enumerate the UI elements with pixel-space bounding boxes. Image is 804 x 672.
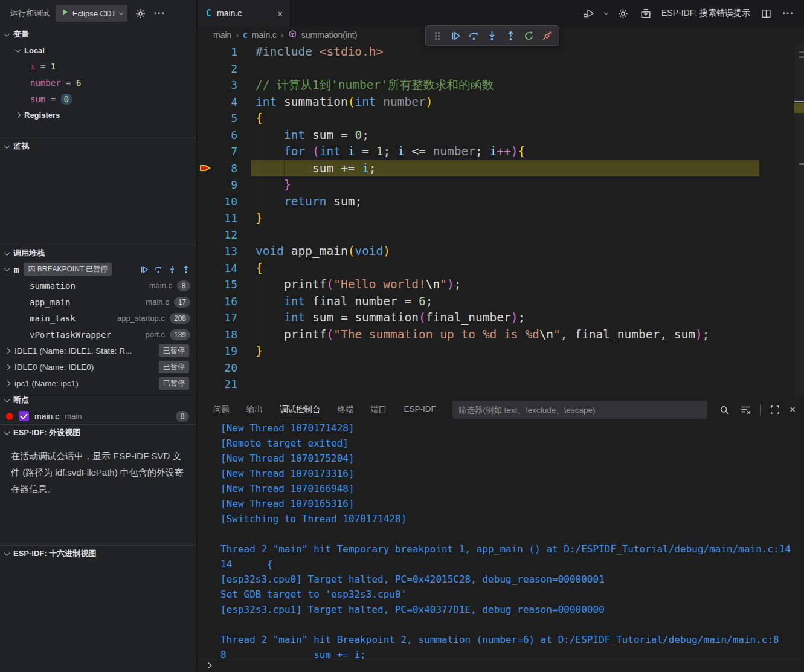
code-line[interactable]: 3// 计算从1到'number'所有整数求和的函数 bbox=[198, 77, 804, 94]
line-number[interactable]: 14 bbox=[208, 260, 237, 277]
clear-console-icon[interactable] bbox=[739, 403, 752, 416]
line-number[interactable]: 15 bbox=[208, 276, 237, 293]
console-repl-input[interactable] bbox=[218, 661, 804, 671]
stack-frame-row[interactable]: summationmain.c8 bbox=[24, 277, 196, 294]
line-number[interactable]: 5 bbox=[208, 110, 237, 127]
chevron-down-icon[interactable] bbox=[604, 10, 608, 15]
step-over-icon[interactable] bbox=[466, 28, 482, 44]
code-line[interactable]: 18 printf("The summation up to %d is %d\… bbox=[198, 326, 804, 343]
tab-close-icon[interactable]: × bbox=[277, 8, 283, 19]
line-number[interactable]: 19 bbox=[208, 343, 237, 360]
code-line[interactable]: 15 printf("Hello world!\n"); bbox=[198, 276, 804, 293]
debug-run-icon[interactable] bbox=[582, 7, 596, 20]
line-number[interactable]: 4 bbox=[208, 94, 237, 111]
step-into-icon[interactable] bbox=[168, 265, 176, 274]
step-into-icon[interactable] bbox=[484, 28, 500, 44]
section-header-variables[interactable]: 变量 bbox=[0, 27, 196, 42]
debug-start-icon[interactable] bbox=[60, 8, 69, 19]
variable-row[interactable]: i = 1 bbox=[0, 58, 196, 74]
continue-icon[interactable] bbox=[448, 28, 463, 44]
breakpoint-checkbox[interactable] bbox=[19, 411, 29, 421]
code-line[interactable]: 19} bbox=[198, 343, 804, 360]
settings-gear-icon[interactable] bbox=[617, 7, 630, 20]
code-line[interactable]: 2 bbox=[198, 60, 804, 77]
panel-tab-端口[interactable]: 端口 bbox=[371, 401, 387, 419]
breadcrumb-file[interactable]: main.c bbox=[252, 30, 277, 40]
breadcrumb-folder[interactable]: main bbox=[213, 30, 231, 40]
code-line[interactable]: 7 for (int i = 1; i <= number; i++){ bbox=[198, 143, 804, 160]
code-line[interactable]: 13void app_main(void) bbox=[198, 243, 804, 260]
section-header-peripheral[interactable]: ESP-IDF: 外设视图 bbox=[0, 425, 196, 441]
continue-icon[interactable] bbox=[140, 265, 149, 274]
more-actions-icon[interactable]: ··· bbox=[153, 7, 166, 20]
code-line[interactable]: 1#include <stdio.h> bbox=[198, 44, 804, 60]
debug-console-output[interactable]: [New Thread 1070171428][Remote target ex… bbox=[198, 423, 804, 659]
code-line[interactable]: 5{ bbox=[198, 110, 804, 127]
panel-tab-终端[interactable]: 终端 bbox=[338, 401, 354, 419]
code-line[interactable]: 11} bbox=[198, 210, 804, 227]
section-header-hexview[interactable]: ESP-IDF: 十六进制视图 bbox=[0, 546, 196, 561]
code-line[interactable]: 21 bbox=[198, 376, 804, 393]
search-icon[interactable] bbox=[718, 403, 731, 416]
code-line[interactable]: 9 } bbox=[198, 176, 804, 193]
line-number[interactable]: 16 bbox=[208, 293, 237, 310]
code-editor[interactable]: 1#include <stdio.h>23// 计算从1到'number'所有整… bbox=[198, 44, 804, 396]
thread-row[interactable]: IDLE0 (Name: IDLE0)已暂停 bbox=[0, 359, 196, 375]
code-line[interactable]: 4int summation(int number) bbox=[198, 94, 804, 111]
line-number[interactable]: 3 bbox=[208, 77, 237, 94]
panel-tab-问题[interactable]: 问题 bbox=[213, 401, 230, 419]
maximize-panel-icon[interactable] bbox=[768, 403, 782, 416]
thread-row[interactable]: IDLE1 (Name: IDLE1, State: R...已暂停 bbox=[0, 343, 196, 359]
thread-row[interactable]: ipc1 (Name: ipc1)已暂停 bbox=[0, 375, 196, 392]
code-line[interactable]: 14{ bbox=[198, 260, 804, 277]
line-number[interactable]: 6 bbox=[208, 127, 237, 144]
launch-config-picker[interactable]: Eclipse CDT bbox=[56, 5, 127, 22]
breakpoint-row[interactable]: main.c main 8 bbox=[0, 408, 196, 424]
gear-icon[interactable] bbox=[133, 7, 147, 20]
code-line[interactable]: 16 int final_number = 6; bbox=[198, 293, 804, 310]
console-repl-row[interactable] bbox=[198, 659, 804, 672]
editor-scrollbar[interactable] bbox=[794, 44, 804, 396]
line-number[interactable]: 2 bbox=[208, 60, 237, 77]
section-header-watch[interactable]: 监视 bbox=[0, 138, 196, 154]
close-panel-icon[interactable]: × bbox=[790, 404, 796, 416]
code-line[interactable]: 20 bbox=[198, 360, 804, 376]
code-line[interactable]: 8 sum += i; bbox=[198, 160, 804, 177]
line-number[interactable]: 17 bbox=[208, 309, 237, 326]
code-line[interactable]: 12 bbox=[198, 227, 804, 244]
code-line[interactable]: 10 return sum; bbox=[198, 193, 804, 210]
install-tools-icon[interactable] bbox=[639, 7, 652, 20]
split-editor-icon[interactable] bbox=[759, 7, 773, 20]
line-number[interactable]: 20 bbox=[208, 360, 237, 376]
step-out-icon[interactable] bbox=[503, 28, 518, 44]
disconnect-icon[interactable] bbox=[539, 28, 555, 44]
panel-tab-输出[interactable]: 输出 bbox=[246, 401, 263, 419]
line-number[interactable]: 18 bbox=[208, 326, 237, 343]
code-line[interactable]: 17 int sum = summation(final_number); bbox=[198, 309, 804, 326]
toolbar-drag-handle[interactable] bbox=[429, 28, 445, 44]
console-filter-input[interactable] bbox=[452, 401, 707, 419]
step-over-icon[interactable] bbox=[154, 265, 162, 274]
line-number[interactable]: 9 bbox=[208, 176, 237, 193]
thread-row-main[interactable]: m 因 BREAKPOINT 已暂停 bbox=[0, 261, 196, 277]
step-out-icon[interactable] bbox=[182, 265, 190, 274]
variable-row[interactable]: sum = 0 bbox=[0, 91, 196, 107]
breadcrumb-symbol[interactable]: summation(int) bbox=[301, 30, 358, 40]
section-header-callstack[interactable]: 调用堆栈 bbox=[0, 245, 196, 261]
line-number[interactable]: 21 bbox=[208, 376, 237, 393]
editor-more-actions-icon[interactable]: ··· bbox=[782, 7, 795, 20]
line-number[interactable]: 8 bbox=[208, 160, 237, 177]
panel-tab-调试控制台[interactable]: 调试控制台 bbox=[280, 401, 321, 419]
scope-registers[interactable]: Registers bbox=[0, 107, 196, 123]
variable-row[interactable]: number = 6 bbox=[0, 74, 196, 91]
code-line[interactable]: 6 int sum = 0; bbox=[198, 127, 804, 144]
section-header-breakpoints[interactable]: 断点 bbox=[0, 392, 196, 408]
line-number[interactable]: 13 bbox=[208, 243, 237, 260]
line-number[interactable]: 12 bbox=[208, 227, 237, 244]
line-number[interactable]: 1 bbox=[208, 44, 237, 60]
restart-icon[interactable] bbox=[521, 28, 537, 44]
line-number[interactable]: 11 bbox=[208, 210, 237, 227]
line-number[interactable]: 7 bbox=[208, 143, 237, 160]
scope-local[interactable]: Local bbox=[0, 42, 196, 58]
panel-tab-ESP-IDF[interactable]: ESP-IDF bbox=[404, 401, 436, 419]
